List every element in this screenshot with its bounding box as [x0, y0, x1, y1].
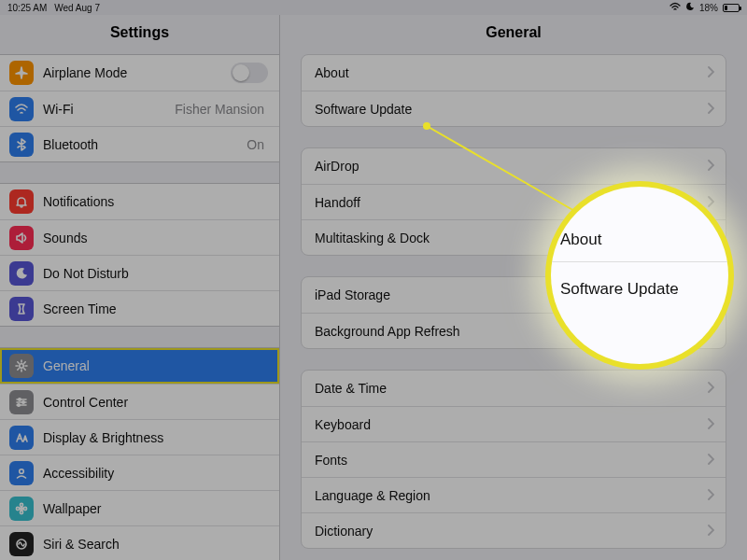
gear-icon: [9, 354, 34, 378]
svg-point-5: [21, 507, 23, 510]
sidebar-item-wallpaper[interactable]: Wallpaper: [0, 490, 279, 525]
sidebar-title: Settings: [0, 15, 279, 54]
detail-item-dictionary[interactable]: Dictionary: [302, 512, 726, 548]
sidebar-item-control-center[interactable]: Control Center: [0, 384, 279, 419]
svg-point-9: [23, 507, 26, 510]
sidebar-item-value: Fisher Mansion: [175, 102, 264, 117]
toggle[interactable]: [231, 63, 268, 83]
sidebar-item-notifications[interactable]: Notifications: [0, 184, 279, 219]
sidebar-item-label: Screen Time: [43, 301, 117, 316]
svg-point-6: [20, 503, 22, 506]
svg-point-3: [18, 403, 21, 406]
status-time: 10:25 AM: [7, 3, 47, 13]
moon-icon: [9, 261, 34, 286]
chevron-right-icon: [707, 487, 714, 504]
battery-percent: 18%: [699, 3, 718, 13]
speaker-icon: [9, 226, 34, 250]
sidebar-item-siri-search[interactable]: Siri & Search: [0, 525, 279, 560]
sidebar-item-display-brightness[interactable]: Display & Brightness: [0, 419, 279, 455]
sidebar-item-screen-time[interactable]: Screen Time: [0, 290, 279, 326]
chevron-right-icon: [707, 194, 714, 211]
sidebar-item-label: Siri & Search: [43, 537, 120, 552]
chevron-right-icon: [707, 64, 714, 81]
svg-point-1: [19, 398, 21, 400]
detail-item-label: Handoff: [315, 195, 360, 210]
detail-item-label: Fonts: [315, 453, 347, 468]
svg-point-8: [16, 507, 19, 510]
sidebar-item-airplane-mode[interactable]: Airplane Mode: [0, 55, 279, 91]
callout-software-update-label: Software Update: [560, 280, 679, 299]
detail-item-date-time[interactable]: Date & Time: [302, 371, 726, 406]
sidebar-item-label: Airplane Mode: [43, 65, 127, 80]
svg-point-0: [20, 364, 23, 368]
sidebar-item-label: Bluetooth: [43, 137, 98, 152]
airplane-icon: [9, 61, 34, 85]
sidebar-item-label: General: [43, 358, 90, 373]
detail-item-about[interactable]: About: [302, 55, 726, 91]
detail-item-language-region[interactable]: Language & Region: [302, 477, 726, 512]
detail-item-label: AirDrop: [315, 159, 359, 174]
person-icon: [9, 461, 34, 485]
sidebar-item-do-not-disturb[interactable]: Do Not Disturb: [0, 255, 279, 290]
sidebar-item-accessibility[interactable]: Accessibility: [0, 455, 279, 490]
wifi-icon: [669, 2, 681, 13]
textsize-icon: [9, 426, 34, 450]
status-bar: 10:25 AM Wed Aug 7 18%: [0, 0, 747, 15]
detail-item-label: Dictionary: [315, 524, 373, 539]
sliders-icon: [9, 390, 34, 414]
detail-item-label: Multitasking & Dock: [315, 231, 430, 245]
sidebar-item-general[interactable]: General: [0, 348, 279, 384]
status-date: Wed Aug 7: [54, 3, 100, 13]
sidebar-item-label: Notifications: [43, 194, 114, 209]
sidebar-item-bluetooth[interactable]: BluetoothOn: [0, 126, 279, 161]
detail-item-label: iPad Storage: [315, 287, 390, 302]
sidebar-item-label: Wallpaper: [43, 501, 102, 516]
sidebar-item-label: Control Center: [43, 395, 128, 410]
callout-magnifier: About Software Update: [551, 187, 728, 364]
detail-item-label: Software Update: [315, 102, 412, 117]
detail-item-fonts[interactable]: Fonts: [302, 441, 726, 477]
detail-item-label: Language & Region: [315, 488, 430, 503]
sidebar-item-label: Sounds: [43, 231, 87, 245]
svg-point-2: [22, 400, 25, 403]
sidebar-item-label: Do Not Disturb: [43, 266, 129, 281]
hourglass-icon: [9, 297, 34, 321]
sidebar-item-label: Display & Brightness: [43, 430, 163, 445]
chevron-right-icon: [707, 416, 714, 433]
detail-item-airdrop[interactable]: AirDrop: [302, 148, 726, 184]
siri-icon: [9, 532, 34, 556]
callout-anchor-dot: [423, 122, 430, 130]
sidebar-item-label: Wi-Fi: [43, 102, 74, 117]
sidebar-item-sounds[interactable]: Sounds: [0, 219, 279, 255]
detail-item-label: About: [315, 65, 349, 80]
detail-item-software-update[interactable]: Software Update: [302, 91, 726, 126]
svg-point-7: [20, 511, 22, 513]
flower-icon: [9, 497, 34, 521]
chevron-right-icon: [707, 158, 714, 175]
detail-item-keyboard[interactable]: Keyboard: [302, 406, 726, 441]
callout-about-label: About: [560, 231, 601, 249]
battery-icon: [723, 4, 740, 12]
settings-sidebar: Settings Airplane ModeWi-FiFisher Mansio…: [0, 15, 280, 560]
detail-title: General: [280, 15, 747, 54]
chevron-right-icon: [707, 523, 714, 539]
detail-item-label: Keyboard: [315, 417, 371, 432]
wifi-icon: [9, 97, 34, 121]
chevron-right-icon: [707, 101, 714, 118]
svg-point-4: [20, 469, 24, 473]
bluetooth-icon: [9, 133, 34, 157]
sidebar-item-label: Accessibility: [43, 466, 114, 481]
sidebar-item-wi-fi[interactable]: Wi-FiFisher Mansion: [0, 91, 279, 126]
chevron-right-icon: [707, 380, 714, 397]
chevron-right-icon: [707, 452, 714, 469]
dnd-moon-icon: [685, 2, 695, 13]
sidebar-item-value: On: [247, 137, 264, 152]
detail-item-label: Background App Refresh: [315, 324, 460, 339]
bell-icon: [9, 189, 34, 214]
detail-item-label: Date & Time: [315, 381, 387, 396]
